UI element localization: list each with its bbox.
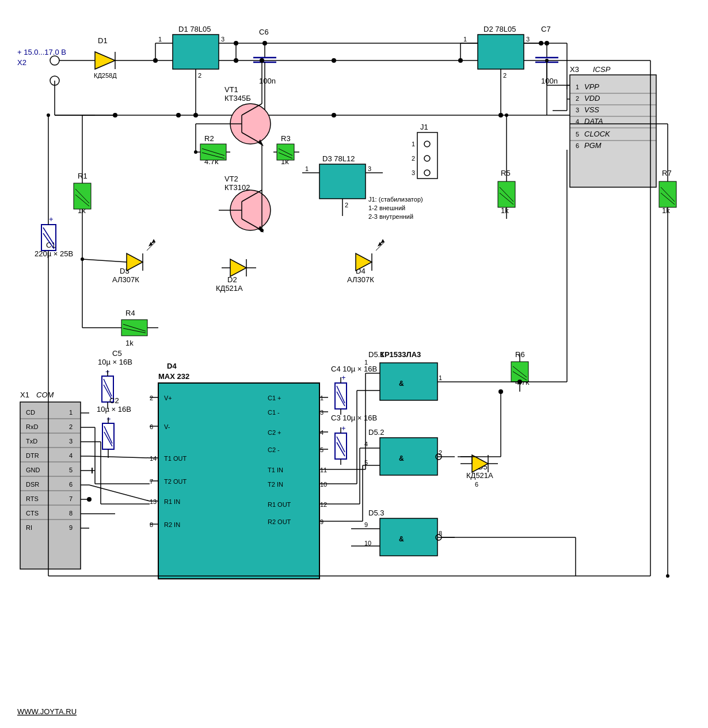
x1-cts: CTS (26, 510, 39, 517)
c7-label: C7 (541, 25, 551, 33)
x1-rts: RTS (26, 495, 39, 502)
svg-point-13 (176, 113, 181, 117)
max232-label: MAX 232 (158, 372, 189, 381)
x1-ri: RI (26, 524, 32, 531)
c2-plus: + (106, 415, 111, 423)
svg-point-324 (545, 59, 549, 62)
svg-text:6: 6 (69, 481, 73, 488)
svg-text:2: 2 (198, 72, 201, 79)
svg-text:10: 10 (364, 540, 371, 547)
j1-desc3: 2-3 внутренний (368, 213, 413, 220)
d1-label-top: D1 (98, 36, 108, 45)
icsp-pin6: 6 (576, 142, 579, 149)
svg-text:6: 6 (475, 481, 478, 488)
d2-78l05-label: D2 78L05 (484, 25, 516, 33)
d52-gate-label: & (399, 454, 404, 462)
d51-gate-label: & (399, 380, 404, 388)
svg-rect-56 (570, 75, 656, 187)
icsp-pin3: 3 (576, 107, 579, 113)
r3-label: R3 (281, 134, 291, 143)
svg-point-47 (498, 113, 503, 117)
icsp-pin5: 5 (576, 131, 579, 138)
vt1-label: VT1 (224, 85, 238, 94)
max232-c1plus: C1 + (268, 395, 281, 401)
c2-label: C2 (109, 396, 119, 405)
c3-plus: + (341, 424, 346, 433)
r2-label: R2 (204, 134, 214, 143)
max232-c2minus: C2 - (268, 446, 280, 453)
svg-point-23 (153, 58, 158, 63)
svg-text:2: 2 (439, 449, 442, 456)
svg-text:2: 2 (503, 72, 507, 79)
power-label: + 15.0...17.0 В (17, 48, 66, 56)
icsp-pin2: 2 (576, 95, 579, 102)
svg-text:4: 4 (364, 441, 368, 448)
svg-point-296 (260, 58, 264, 63)
max232-t2in: T2 IN (268, 481, 283, 488)
max232-t1in: T1 IN (268, 467, 283, 473)
svg-text:3: 3 (320, 409, 323, 416)
c4-label: C4 10µ × 16В (331, 365, 377, 373)
svg-text:8: 8 (439, 530, 442, 537)
svg-point-302 (81, 257, 84, 261)
c1-plus: + (49, 215, 54, 223)
svg-text:4: 4 (320, 429, 323, 436)
max232-c1minus: C1 - (268, 409, 280, 416)
svg-point-29 (193, 113, 198, 117)
svg-text:8: 8 (69, 510, 73, 517)
svg-point-298 (260, 229, 264, 232)
c3-label: C3 10µ × 16В (331, 414, 377, 422)
svg-rect-166 (380, 518, 437, 556)
svg-point-45 (458, 58, 463, 63)
x3-label: Х3 (570, 65, 579, 74)
r7-label: R7 (662, 169, 672, 177)
svg-point-314 (505, 113, 508, 117)
x1-label: X1 (20, 390, 29, 399)
d5-type: КД521А (466, 471, 493, 480)
icsp-label: ICSP (593, 65, 611, 74)
svg-point-294 (194, 150, 197, 154)
icsp-vpp: VPP (584, 82, 599, 91)
r4-value: 1k (125, 339, 134, 347)
svg-text:1: 1 (320, 395, 323, 401)
max232-pin8: R2 IN (164, 521, 180, 528)
c4-plus: + (341, 373, 346, 382)
svg-text:9: 9 (69, 524, 73, 531)
svg-text:1: 1 (463, 36, 467, 43)
svg-text:3: 3 (412, 169, 415, 176)
icsp-vdd: VDD (584, 94, 600, 103)
svg-text:5: 5 (364, 459, 368, 466)
website-url: WWW.JOYTA.RU (17, 707, 77, 716)
svg-text:1: 1 (439, 374, 442, 381)
max232-pin2: V+ (164, 395, 172, 401)
svg-text:12: 12 (320, 501, 327, 508)
d2-kd521a-type: КД521А (216, 284, 243, 293)
svg-point-245 (87, 497, 92, 502)
c6-label: C6 (259, 28, 269, 36)
schematic-diagram: + 15.0...17.0 В Х2 КД258Д D1 D1 78L05 1 … (0, 0, 708, 728)
x1-gnd: GND (26, 467, 40, 473)
max232-pin13: R1 IN (164, 498, 180, 505)
c2-value: 10µ × 16В (97, 405, 131, 414)
svg-text:3: 3 (221, 36, 224, 43)
svg-text:2: 2 (345, 202, 348, 208)
svg-text:7: 7 (69, 495, 73, 502)
svg-text:9: 9 (320, 518, 323, 525)
icsp-vss: VSS (584, 105, 599, 114)
svg-text:7: 7 (150, 478, 153, 485)
max232-pin7: T2 OUT (164, 478, 186, 485)
svg-rect-152 (380, 363, 437, 400)
svg-rect-158 (380, 438, 437, 475)
svg-rect-15 (173, 35, 219, 69)
icsp-clock: CLOCK (584, 130, 611, 138)
x1-cd: CD (26, 409, 35, 416)
d2-kd521a-label: D2 (227, 275, 237, 284)
vt2-label: VT2 (224, 175, 238, 183)
j1-desc2: 1-2 внешний (368, 204, 405, 211)
d4-label: D4 (167, 362, 177, 370)
svg-point-304 (47, 113, 50, 117)
max232-pin6: V- (164, 423, 170, 430)
max232-c2plus: C2 + (268, 429, 281, 436)
d52-label: D5.2 (368, 428, 384, 437)
svg-text:11: 11 (320, 467, 327, 473)
